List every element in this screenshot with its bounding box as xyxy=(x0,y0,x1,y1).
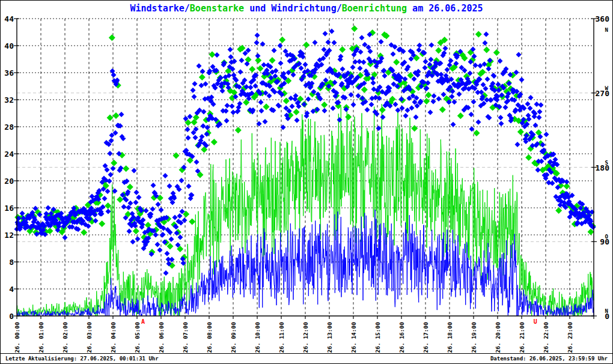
x-tick-label: 26. 20:00 xyxy=(495,322,501,353)
x-tick-label: 26. 14:00 xyxy=(350,322,357,353)
y-left-tick-label: 28 xyxy=(4,123,14,132)
x-tick-label: 26. 15:00 xyxy=(374,322,381,353)
x-tick-label: 26. 00:00 xyxy=(14,322,20,353)
x-tick-label: 26. 02:00 xyxy=(62,322,69,353)
y-right-tick-label: 360 xyxy=(596,14,610,23)
compass-direction-label: N xyxy=(605,27,608,33)
y-left-tick-label: 32 xyxy=(4,96,14,105)
x-tick-label: 26. 11:00 xyxy=(278,322,285,353)
x-tick-label: 26. 13:00 xyxy=(326,322,333,353)
y-left-tick-label: 16 xyxy=(4,204,14,213)
compass-direction-label: O xyxy=(605,234,609,240)
last-update-text: Letzte Aktualisierung: 27.06.2025, 00:01… xyxy=(5,356,159,362)
sunrise-marker: A xyxy=(141,318,145,325)
y-left-tick-label: 8 xyxy=(9,258,14,267)
weather-chart-window: Windstarke/Boenstarke und Windrichtung/B… xyxy=(0,0,613,364)
y-left-tick-label: 20 xyxy=(4,177,14,186)
x-tick-label: 26. 22:00 xyxy=(543,322,549,353)
x-tick-label: 26. 05:00 xyxy=(134,322,141,353)
x-tick-label: 26. 01:00 xyxy=(38,322,44,353)
y-left-tick-label: 24 xyxy=(4,150,14,159)
x-tick-label: 26. 09:00 xyxy=(230,322,237,353)
compass-direction-label: S xyxy=(605,160,608,166)
sunset-marker: U xyxy=(534,318,537,325)
x-tick-label: 26. 07:00 xyxy=(182,322,189,353)
x-tick-label: 26. 23:00 xyxy=(567,322,573,353)
y-left-tick-label: 0 xyxy=(9,312,14,321)
y-left-tick-label: 4 xyxy=(9,285,14,294)
x-tick-label: 26. 10:00 xyxy=(254,322,261,353)
x-tick-label: 26. 18:00 xyxy=(447,322,453,353)
y-left-tick-label: 44 xyxy=(4,14,14,23)
wind-chart-plot: 048121620242832364044360270180900NWSON26… xyxy=(1,1,612,353)
compass-direction-label: W xyxy=(605,85,609,91)
x-tick-label: 26. 03:00 xyxy=(86,322,93,353)
status-bar: Letzte Aktualisierung: 27.06.2025, 00:01… xyxy=(1,353,612,363)
compass-direction-label: N xyxy=(605,308,608,314)
y-left-tick-label: 36 xyxy=(4,68,14,77)
x-tick-label: 26. 21:00 xyxy=(519,322,525,353)
x-tick-label: 26. 12:00 xyxy=(302,322,309,353)
y-left-tick-label: 12 xyxy=(4,231,14,240)
x-tick-label: 26. 06:00 xyxy=(158,322,165,353)
x-tick-label: 26. 16:00 xyxy=(398,322,405,353)
x-tick-label: 26. 19:00 xyxy=(471,322,477,353)
x-tick-label: 26. 08:00 xyxy=(206,322,213,353)
x-tick-label: 26. 04:00 xyxy=(110,322,117,353)
y-left-tick-label: 40 xyxy=(4,41,14,50)
x-tick-label: 26. 17:00 xyxy=(422,322,429,353)
data-timestamp-text: Datenstand: 26.06.2025, 23:59:59 Uhr xyxy=(490,356,608,362)
